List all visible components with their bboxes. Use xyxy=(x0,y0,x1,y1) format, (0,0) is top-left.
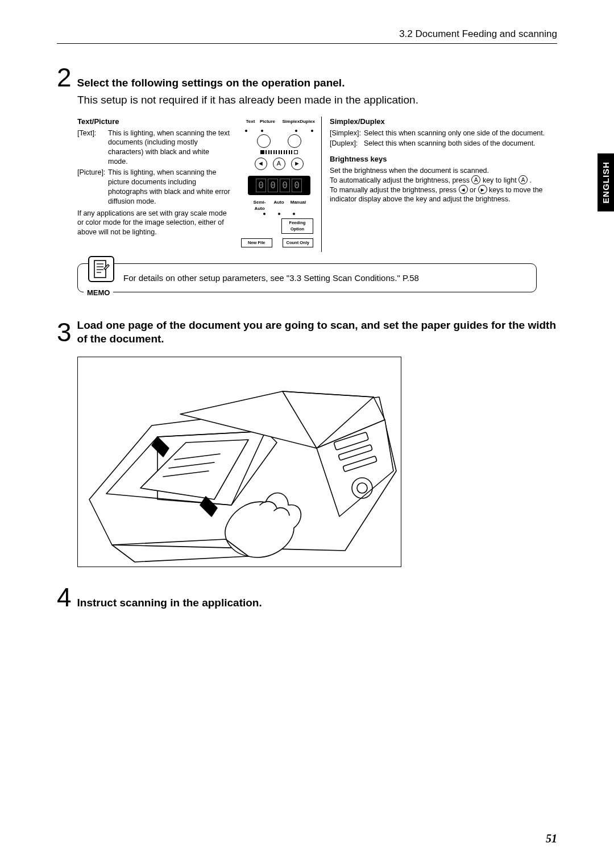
simplexduplex-heading: Simplex/Duplex xyxy=(330,117,557,127)
svg-rect-0 xyxy=(94,261,106,278)
right-key-icon: ► xyxy=(291,158,304,170)
text-val: This is lighting, when scanning the text… xyxy=(108,129,231,167)
a-key-icon: A xyxy=(471,175,480,184)
cp-label-manual: Manual xyxy=(290,200,307,212)
dot-icon xyxy=(295,130,297,132)
txt: To automatically adjust the brightness, … xyxy=(330,176,471,184)
feeding-option-button-icon: Feeding Option xyxy=(281,218,313,233)
txt: To manually adjust the brightness, press xyxy=(330,186,459,194)
brightness-line1: Set the brightness when the document is … xyxy=(330,166,557,176)
brightness-line3: To manually adjust the brightness, press… xyxy=(330,185,557,205)
memo-text: For details on other setup parameters, s… xyxy=(123,273,419,283)
toggle-circle-icon xyxy=(288,134,301,148)
picture-key: [Picture]: xyxy=(77,168,108,206)
brightness-heading: Brightness keys xyxy=(330,154,557,164)
step-4-heading: 4 Instruct scanning in the application. xyxy=(57,584,557,610)
dot-icon xyxy=(311,130,313,132)
control-panel-diagram: Text Picture Simplex Duplex xyxy=(237,117,322,252)
cp-label-text: Text xyxy=(243,119,259,125)
dot-icon xyxy=(293,213,295,215)
duplex-key: [Duplex]: xyxy=(330,139,364,148)
panel-explanation: Text/Picture [Text]: This is lighting, w… xyxy=(77,117,557,252)
step-3-number: 3 xyxy=(57,321,72,344)
simplex-key: [Simplex]: xyxy=(330,129,364,138)
right-explanation: Simplex/Duplex [Simplex]: Select this wh… xyxy=(322,117,557,252)
page-number: 51 xyxy=(546,832,557,845)
right-key-icon: ► xyxy=(478,185,487,194)
cp-label-auto: Auto xyxy=(271,200,288,212)
auto-key-icon: A xyxy=(273,158,285,170)
scanner-illustration xyxy=(77,357,401,567)
language-tab: ENGLISH xyxy=(598,154,614,212)
picture-val: This is lighting, when scanning the pict… xyxy=(108,168,231,206)
simplex-val: Select this when scanning only one side … xyxy=(364,129,557,138)
toggle-circle-icon xyxy=(257,134,271,148)
step-2-subtext: This setup is not required if it has alr… xyxy=(77,94,557,106)
step-3-heading: 3 Load one page of the document you are … xyxy=(57,319,557,346)
count-only-button-icon: Count Only xyxy=(283,238,314,247)
cp-label-duplex: Duplex xyxy=(300,119,316,125)
text-picture-heading: Text/Picture xyxy=(77,117,231,127)
section-header: 3.2 Document Feeding and scanning xyxy=(57,28,557,44)
duplex-val: Select this when scanning both sides of … xyxy=(364,139,557,148)
cp-label-semi-auto: Semi-Auto xyxy=(251,200,268,212)
left-key-icon: ◄ xyxy=(459,185,468,194)
dot-icon xyxy=(263,213,265,215)
step-2-title: Select the following settings on the ope… xyxy=(77,76,345,90)
brightness-bar-icon xyxy=(260,150,298,154)
counter-display-icon: 0000 xyxy=(248,176,310,195)
step-4-number: 4 xyxy=(57,584,72,610)
txt: or xyxy=(468,186,478,194)
step-4-title: Instruct scanning in the application. xyxy=(77,596,262,610)
memo-label: MEMO xyxy=(84,288,113,297)
dot-icon xyxy=(245,130,247,132)
a-key-icon: A xyxy=(518,175,528,184)
cp-label-picture: Picture xyxy=(260,119,276,125)
cp-label-simplex: Simplex xyxy=(283,119,298,125)
text-key: [Text]: xyxy=(77,129,108,167)
brightness-line2: To automatically adjust the brightness, … xyxy=(330,176,557,185)
step-3-title: Load one page of the document you are go… xyxy=(77,319,557,346)
dot-icon xyxy=(278,213,280,215)
step-2-heading: 2 Select the following settings on the o… xyxy=(57,64,557,90)
new-file-button-icon: New File xyxy=(241,238,272,247)
memo-icon xyxy=(88,256,114,282)
txt: key to light xyxy=(480,176,518,184)
left-key-icon: ◄ xyxy=(255,158,267,170)
dot-icon xyxy=(261,130,263,132)
memo-callout: For details on other setup parameters, s… xyxy=(77,263,537,292)
step-2-number: 2 xyxy=(57,64,72,90)
text-picture-note: If any applications are set with gray sc… xyxy=(77,209,231,238)
txt: . xyxy=(528,176,532,184)
text-picture-block: Text/Picture [Text]: This is lighting, w… xyxy=(77,117,237,252)
